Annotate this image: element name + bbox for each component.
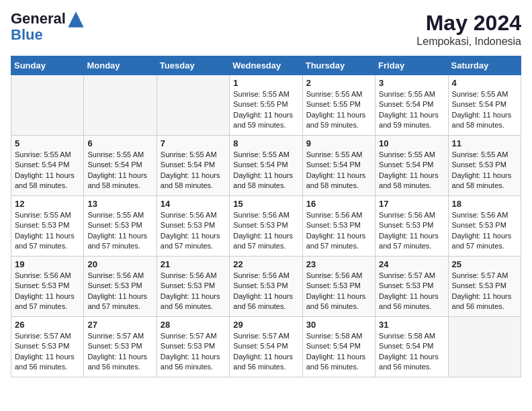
cell-info: Sunrise: 5:56 AMSunset: 5:53 PMDaylight:… xyxy=(452,210,517,252)
calendar-cell: 23Sunrise: 5:56 AMSunset: 5:53 PMDayligh… xyxy=(302,257,375,317)
day-number: 18 xyxy=(452,199,517,209)
calendar-cell: 3Sunrise: 5:55 AMSunset: 5:54 PMDaylight… xyxy=(375,75,448,136)
week-row-3: 19Sunrise: 5:56 AMSunset: 5:53 PMDayligh… xyxy=(11,257,521,317)
day-number: 5 xyxy=(15,138,80,148)
day-number: 20 xyxy=(87,259,152,269)
week-row-2: 12Sunrise: 5:55 AMSunset: 5:53 PMDayligh… xyxy=(11,196,521,257)
cell-info: Sunrise: 5:58 AMSunset: 5:54 PMDaylight:… xyxy=(379,331,444,373)
day-number: 9 xyxy=(306,138,371,148)
calendar-cell: 29Sunrise: 5:57 AMSunset: 5:54 PMDayligh… xyxy=(230,317,302,377)
day-number: 31 xyxy=(379,320,444,330)
day-number: 15 xyxy=(233,199,298,209)
cell-info: Sunrise: 5:55 AMSunset: 5:54 PMDaylight:… xyxy=(379,89,444,131)
calendar-cell: 14Sunrise: 5:56 AMSunset: 5:53 PMDayligh… xyxy=(157,196,229,257)
day-number: 10 xyxy=(379,138,444,148)
calendar-cell: 9Sunrise: 5:55 AMSunset: 5:54 PMDaylight… xyxy=(302,136,375,196)
calendar-cell: 8Sunrise: 5:55 AMSunset: 5:54 PMDaylight… xyxy=(230,136,302,196)
cell-info: Sunrise: 5:55 AMSunset: 5:54 PMDaylight:… xyxy=(15,150,80,191)
cell-info: Sunrise: 5:55 AMSunset: 5:53 PMDaylight:… xyxy=(87,210,152,252)
calendar-cell xyxy=(11,75,84,136)
cell-info: Sunrise: 5:55 AMSunset: 5:54 PMDaylight:… xyxy=(87,150,152,191)
title-block: May 2024 Lempokasi, Indonesia xyxy=(416,11,521,48)
calendar-cell: 30Sunrise: 5:58 AMSunset: 5:54 PMDayligh… xyxy=(302,317,375,377)
cell-info: Sunrise: 5:56 AMSunset: 5:53 PMDaylight:… xyxy=(306,271,371,312)
cell-info: Sunrise: 5:56 AMSunset: 5:53 PMDaylight:… xyxy=(161,271,226,312)
calendar-cell xyxy=(157,75,229,136)
cell-info: Sunrise: 5:56 AMSunset: 5:53 PMDaylight:… xyxy=(233,210,298,252)
day-number: 7 xyxy=(161,138,226,148)
day-number: 14 xyxy=(161,199,226,209)
cell-info: Sunrise: 5:57 AMSunset: 5:53 PMDaylight:… xyxy=(87,331,152,373)
calendar-cell: 12Sunrise: 5:55 AMSunset: 5:53 PMDayligh… xyxy=(11,196,84,257)
cell-info: Sunrise: 5:57 AMSunset: 5:53 PMDaylight:… xyxy=(452,271,517,312)
cell-info: Sunrise: 5:55 AMSunset: 5:55 PMDaylight:… xyxy=(306,89,371,131)
calendar-cell: 25Sunrise: 5:57 AMSunset: 5:53 PMDayligh… xyxy=(448,257,521,317)
day-number: 2 xyxy=(306,78,371,88)
svg-marker-0 xyxy=(68,11,83,27)
cell-info: Sunrise: 5:55 AMSunset: 5:53 PMDaylight:… xyxy=(452,150,517,191)
day-number: 17 xyxy=(379,199,444,209)
calendar-cell: 5Sunrise: 5:55 AMSunset: 5:54 PMDaylight… xyxy=(11,136,84,196)
day-number: 24 xyxy=(379,259,444,269)
cell-info: Sunrise: 5:57 AMSunset: 5:54 PMDaylight:… xyxy=(233,331,298,373)
cell-info: Sunrise: 5:55 AMSunset: 5:54 PMDaylight:… xyxy=(233,150,298,191)
day-number: 6 xyxy=(87,138,152,148)
logo-subtext: Blue xyxy=(11,27,86,43)
cell-info: Sunrise: 5:55 AMSunset: 5:54 PMDaylight:… xyxy=(379,150,444,191)
header-friday: Friday xyxy=(375,56,448,75)
header-wednesday: Wednesday xyxy=(230,56,302,75)
calendar-cell: 20Sunrise: 5:56 AMSunset: 5:53 PMDayligh… xyxy=(84,257,157,317)
calendar-cell: 4Sunrise: 5:55 AMSunset: 5:54 PMDaylight… xyxy=(448,75,521,136)
cell-info: Sunrise: 5:57 AMSunset: 5:53 PMDaylight:… xyxy=(161,331,226,373)
logo-icon xyxy=(67,11,85,28)
calendar-cell xyxy=(448,317,521,377)
calendar-cell: 24Sunrise: 5:57 AMSunset: 5:53 PMDayligh… xyxy=(375,257,448,317)
month-year: May 2024 xyxy=(416,11,521,36)
calendar-cell: 28Sunrise: 5:57 AMSunset: 5:53 PMDayligh… xyxy=(157,317,229,377)
cell-info: Sunrise: 5:56 AMSunset: 5:53 PMDaylight:… xyxy=(87,271,152,312)
day-number: 16 xyxy=(306,199,371,209)
calendar-cell: 19Sunrise: 5:56 AMSunset: 5:53 PMDayligh… xyxy=(11,257,84,317)
cell-info: Sunrise: 5:57 AMSunset: 5:53 PMDaylight:… xyxy=(379,271,444,312)
calendar-cell: 11Sunrise: 5:55 AMSunset: 5:53 PMDayligh… xyxy=(448,136,521,196)
calendar-cell: 21Sunrise: 5:56 AMSunset: 5:53 PMDayligh… xyxy=(157,257,229,317)
day-number: 1 xyxy=(233,78,298,88)
calendar-cell: 18Sunrise: 5:56 AMSunset: 5:53 PMDayligh… xyxy=(448,196,521,257)
day-number: 8 xyxy=(233,138,298,148)
week-row-0: 1Sunrise: 5:55 AMSunset: 5:55 PMDaylight… xyxy=(11,75,521,136)
day-number: 19 xyxy=(15,259,80,269)
day-number: 3 xyxy=(379,78,444,88)
day-number: 22 xyxy=(233,259,298,269)
day-number: 11 xyxy=(452,138,517,148)
day-number: 23 xyxy=(306,259,371,269)
day-number: 28 xyxy=(161,320,226,330)
cell-info: Sunrise: 5:58 AMSunset: 5:54 PMDaylight:… xyxy=(306,331,371,373)
calendar-cell: 7Sunrise: 5:55 AMSunset: 5:54 PMDaylight… xyxy=(157,136,229,196)
cell-info: Sunrise: 5:56 AMSunset: 5:53 PMDaylight:… xyxy=(379,210,444,252)
calendar-cell: 13Sunrise: 5:55 AMSunset: 5:53 PMDayligh… xyxy=(84,196,157,257)
page-header: General Blue May 2024 Lempokasi, Indones… xyxy=(11,11,521,48)
cell-info: Sunrise: 5:55 AMSunset: 5:54 PMDaylight:… xyxy=(161,150,226,191)
cell-info: Sunrise: 5:55 AMSunset: 5:54 PMDaylight:… xyxy=(306,150,371,191)
header-tuesday: Tuesday xyxy=(157,56,229,75)
logo: General Blue xyxy=(11,11,86,43)
day-number: 4 xyxy=(452,78,517,88)
calendar-cell: 22Sunrise: 5:56 AMSunset: 5:53 PMDayligh… xyxy=(230,257,302,317)
calendar-cell xyxy=(84,75,157,136)
day-number: 13 xyxy=(87,199,152,209)
day-number: 25 xyxy=(452,259,517,269)
day-number: 21 xyxy=(161,259,226,269)
calendar-cell: 2Sunrise: 5:55 AMSunset: 5:55 PMDaylight… xyxy=(302,75,375,136)
header-monday: Monday xyxy=(84,56,157,75)
calendar-cell: 27Sunrise: 5:57 AMSunset: 5:53 PMDayligh… xyxy=(84,317,157,377)
week-row-1: 5Sunrise: 5:55 AMSunset: 5:54 PMDaylight… xyxy=(11,136,521,196)
day-number: 30 xyxy=(306,320,371,330)
day-number: 29 xyxy=(233,320,298,330)
header-row: SundayMondayTuesdayWednesdayThursdayFrid… xyxy=(11,56,521,75)
cell-info: Sunrise: 5:55 AMSunset: 5:55 PMDaylight:… xyxy=(233,89,298,131)
calendar-cell: 10Sunrise: 5:55 AMSunset: 5:54 PMDayligh… xyxy=(375,136,448,196)
cell-info: Sunrise: 5:56 AMSunset: 5:53 PMDaylight:… xyxy=(306,210,371,252)
location: Lempokasi, Indonesia xyxy=(416,36,521,48)
calendar-cell: 1Sunrise: 5:55 AMSunset: 5:55 PMDaylight… xyxy=(230,75,302,136)
cell-info: Sunrise: 5:57 AMSunset: 5:53 PMDaylight:… xyxy=(15,331,80,373)
